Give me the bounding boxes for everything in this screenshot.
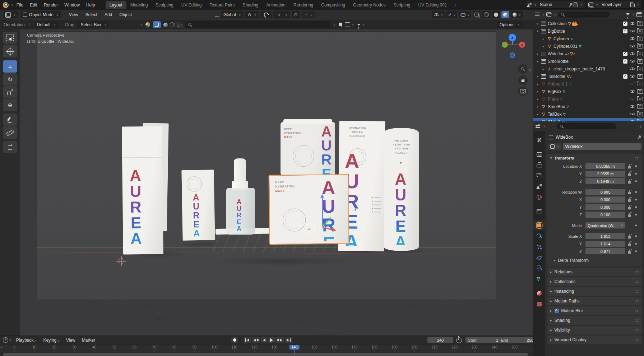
menu-edit[interactable]: Edit: [27, 3, 41, 8]
animate-dot[interactable]: [635, 250, 637, 252]
hide-viewport-toggle[interactable]: [630, 44, 635, 48]
lock-icon[interactable]: [627, 234, 632, 239]
hide-viewport-toggle[interactable]: [630, 112, 635, 116]
tool-select-box[interactable]: [3, 32, 17, 44]
viewport-menu-view[interactable]: View: [65, 12, 82, 17]
disable-render-toggle[interactable]: [637, 112, 643, 116]
material-ball-icon[interactable]: [145, 22, 150, 27]
workspace-tab[interactable]: Compositing: [317, 1, 349, 9]
hide-viewport-toggle[interactable]: [630, 51, 635, 56]
expander-icon[interactable]: ▸: [542, 37, 545, 41]
lock-icon[interactable]: [627, 241, 632, 246]
expander-icon[interactable]: ▸: [536, 75, 539, 78]
properties-tab-modifiers[interactable]: [533, 231, 545, 241]
scene-selector[interactable]: ∨ Scene ×: [525, 1, 585, 9]
outliner-row[interactable]: ▸ WideBox: [533, 118, 644, 121]
viewport-3d[interactable]: AUREA AUREA AUREA DEEP HYDRATION MASK AU…: [20, 29, 533, 336]
grip-icon[interactable]: [635, 280, 639, 283]
panel-section-shading[interactable]: ▸ Shading: [547, 316, 642, 325]
hide-viewport-toggle[interactable]: [630, 36, 635, 41]
transform-input[interactable]: Quaternion (W...∨: [585, 222, 625, 228]
scene-name[interactable]: Scene: [538, 2, 567, 7]
animate-dot[interactable]: [635, 180, 637, 182]
object-name-field[interactable]: WideBox: [563, 143, 641, 150]
tool-move[interactable]: ↔↕: [3, 60, 17, 73]
viewlayer-name[interactable]: ViewLayer: [599, 2, 629, 7]
grip-icon[interactable]: [635, 300, 639, 303]
properties-tab-collection[interactable]: [533, 206, 545, 216]
current-frame-field[interactable]: 140: [427, 337, 453, 343]
properties-tab-physics[interactable]: [533, 253, 545, 263]
filter-dropdown[interactable]: ∨: [357, 23, 365, 26]
transform-input[interactable]: 0.977: [585, 248, 625, 254]
gizmos-toggle[interactable]: ↗∨: [446, 11, 457, 18]
auto-key-record-button[interactable]: [231, 337, 238, 343]
animate-dot[interactable]: [635, 191, 637, 193]
proportional-edit-toggle[interactable]: ⊙: [292, 11, 300, 18]
axis-negz-ball[interactable]: [510, 52, 515, 58]
properties-tab-viewlayer[interactable]: [533, 171, 545, 181]
workspace-tab[interactable]: Scripting: [390, 1, 414, 9]
outliner-row[interactable]: ▸ clear_dropper_bottle_1478: [533, 65, 644, 73]
hide-viewport-toggle[interactable]: [630, 74, 635, 79]
workspace-tab[interactable]: Animation: [263, 1, 289, 9]
grip-icon[interactable]: [635, 157, 639, 160]
properties-tab-data[interactable]: [533, 274, 545, 284]
transform-input[interactable]: 1.613: [585, 233, 625, 239]
toolbar-search-field[interactable]: [185, 21, 330, 28]
outliner-row[interactable]: ▸ TallBottle: [533, 73, 644, 80]
lock-icon[interactable]: [627, 171, 632, 176]
editor-layout-dropdown[interactable]: ∨: [345, 22, 354, 27]
workspace-tab[interactable]: Layout: [106, 1, 126, 9]
lock-icon[interactable]: [627, 190, 632, 194]
pivot-point-dropdown[interactable]: ⊙∨: [245, 11, 259, 18]
disable-render-toggle[interactable]: [637, 52, 643, 56]
viewport-menu-add[interactable]: Add: [101, 12, 116, 17]
stopwatch-icon[interactable]: [456, 337, 462, 343]
properties-search-field[interactable]: [557, 123, 616, 129]
workspace-tab[interactable]: Texture Paint: [205, 1, 238, 9]
workspace-tab[interactable]: Shading: [238, 1, 262, 9]
lock-icon[interactable]: [627, 179, 632, 184]
hide-viewport-toggle[interactable]: [630, 97, 635, 101]
selectable-checkbox[interactable]: [623, 59, 627, 64]
expander-icon[interactable]: ▾: [536, 60, 539, 63]
outliner-filter-icon[interactable]: [535, 13, 539, 16]
properties-tab-object[interactable]: [533, 220, 545, 230]
add-workspace-button[interactable]: +: [451, 3, 460, 8]
grid-icon[interactable]: [177, 23, 181, 27]
selectable-checkbox[interactable]: [623, 52, 627, 56]
delta-transform-subpanel[interactable]: ▸Delta Transform: [547, 256, 642, 264]
product-widejar[interactable]: DEEP HYDRATION MASK AUREA: [281, 122, 335, 175]
lock-icon[interactable]: [627, 205, 632, 209]
shading-wireframe-button[interactable]: [482, 11, 491, 18]
hide-viewport-toggle[interactable]: [630, 59, 635, 64]
viewport-menu-select[interactable]: Select: [82, 12, 101, 17]
workspace-tab[interactable]: UV Editing.001: [414, 1, 451, 9]
properties-tab-texture[interactable]: [533, 299, 545, 309]
tool-add-cube[interactable]: [3, 141, 17, 153]
pan-hand-button[interactable]: [518, 75, 528, 85]
outliner-filter-funnel[interactable]: [626, 13, 630, 15]
hide-viewport-toggle[interactable]: [630, 89, 635, 94]
expander-icon[interactable]: ▸: [542, 67, 545, 71]
timeline-menu-playback[interactable]: Playback∨: [13, 338, 40, 343]
axis-x-ball[interactable]: X: [519, 42, 525, 48]
play-reverse-button[interactable]: [261, 337, 267, 343]
menu-window[interactable]: Window: [61, 3, 83, 8]
timeline-scrollbar[interactable]: [3, 353, 528, 356]
lock-icon[interactable]: [627, 249, 632, 254]
zoom-button[interactable]: [518, 64, 528, 74]
axis-z-ball[interactable]: Z: [509, 34, 516, 41]
options-dropdown[interactable]: Options∨: [497, 21, 523, 28]
timeline-menu-keying[interactable]: Keying∨: [40, 338, 63, 343]
snap-settings-dropdown[interactable]: ⊣⊢∨: [273, 11, 289, 18]
frame-start-field[interactable]: Start1: [465, 337, 501, 343]
new-collection-button[interactable]: [636, 12, 642, 17]
disable-render-toggle[interactable]: [637, 97, 643, 101]
disable-render-toggle[interactable]: [637, 67, 643, 71]
transform-input[interactable]: 0.100: [585, 212, 625, 218]
workspace-tab[interactable]: Rendering: [289, 1, 317, 9]
tool-rotate[interactable]: ↻: [3, 73, 17, 85]
snap-toggle[interactable]: [260, 11, 272, 18]
